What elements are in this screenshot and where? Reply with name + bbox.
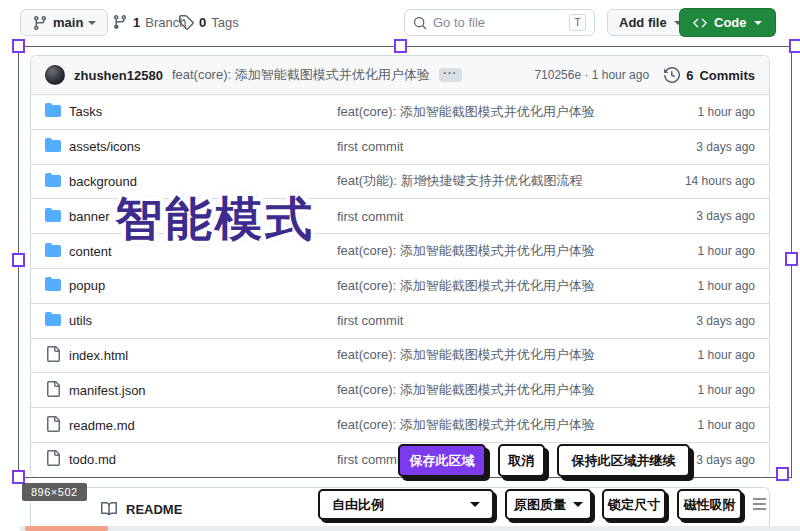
selection-handle-mid-right[interactable] bbox=[785, 252, 798, 266]
keep-region-continue-button[interactable]: 保持此区域并继续 bbox=[557, 444, 690, 477]
code-button[interactable]: Code bbox=[679, 8, 776, 37]
file-updated-time: 3 days ago bbox=[684, 453, 755, 467]
branch-selector-button[interactable]: main bbox=[20, 9, 108, 36]
folder-icon bbox=[45, 276, 61, 292]
commit-history-link[interactable]: 6 Commits bbox=[664, 67, 755, 83]
table-row[interactable]: popup feat(core): 添加智能截图模式并优化用户体验 1 hour… bbox=[31, 268, 769, 303]
latest-commit-bar: zhushen12580 feat(core): 添加智能截图模式并优化用户体验… bbox=[31, 56, 769, 94]
chevron-down-icon bbox=[88, 21, 96, 25]
git-branch-icon bbox=[32, 15, 48, 31]
lock-size-button[interactable]: 锁定尺寸 bbox=[602, 489, 666, 520]
file-updated-time: 3 days ago bbox=[684, 140, 755, 154]
code-icon bbox=[693, 16, 707, 30]
file-updated-time: 1 hour ago bbox=[686, 244, 755, 258]
table-row[interactable]: manifest.json feat(core): 添加智能截图模式并优化用户体… bbox=[31, 372, 769, 407]
commit-message-link[interactable]: first commit bbox=[337, 313, 684, 328]
commits-label: Commits bbox=[699, 68, 755, 83]
selection-handle-bottom-left[interactable] bbox=[12, 470, 25, 484]
go-to-file-search[interactable]: T bbox=[404, 9, 595, 36]
selection-size-label: 896×502 bbox=[22, 483, 87, 501]
branch-count: 1 bbox=[133, 15, 140, 30]
file-icon bbox=[45, 346, 61, 362]
file-name-link[interactable]: manifest.json bbox=[69, 383, 146, 398]
scroll-thumb[interactable] bbox=[25, 526, 108, 531]
file-name-link[interactable]: popup bbox=[69, 278, 105, 293]
chevron-down-icon bbox=[754, 21, 762, 25]
save-region-button[interactable]: 保存此区域 bbox=[398, 444, 486, 477]
folder-icon bbox=[45, 137, 61, 153]
magnetic-snap-button[interactable]: 磁性吸附 bbox=[677, 489, 742, 520]
table-row[interactable]: readme.md feat(core): 添加智能截图模式并优化用户体验 1 … bbox=[31, 407, 769, 442]
book-icon bbox=[101, 501, 117, 517]
commit-message-link[interactable]: first commit bbox=[337, 209, 684, 224]
file-list: Tasks feat(core): 添加智能截图模式并优化用户体验 1 hour… bbox=[31, 94, 769, 477]
commit-message-link[interactable]: feat(core): 添加智能截图模式并优化用户体验 bbox=[337, 346, 686, 364]
file-name-link[interactable]: background bbox=[69, 174, 137, 189]
selection-handle-top-right[interactable] bbox=[789, 39, 800, 53]
file-name-link[interactable]: content bbox=[69, 244, 112, 259]
latest-commit-message[interactable]: feat(core): 添加智能截图模式并优化用户体验 bbox=[172, 66, 430, 84]
cancel-button[interactable]: 取消 bbox=[498, 444, 545, 477]
selection-handle-mid-left[interactable] bbox=[12, 253, 25, 267]
file-name-link[interactable]: readme.md bbox=[69, 418, 135, 433]
branches-link[interactable]: 1 Branch bbox=[112, 14, 186, 30]
add-file-label: Add file bbox=[619, 15, 667, 30]
folder-icon bbox=[45, 102, 61, 118]
file-name-link[interactable]: assets/icons bbox=[69, 139, 141, 154]
table-row[interactable]: index.html feat(core): 添加智能截图模式并优化用户体验 1… bbox=[31, 338, 769, 373]
menu-icon[interactable] bbox=[753, 498, 766, 510]
chevron-down-icon bbox=[470, 502, 480, 507]
file-updated-time: 1 hour ago bbox=[686, 279, 755, 293]
selection-handle-top-center[interactable] bbox=[394, 39, 407, 53]
git-branch-icon bbox=[112, 14, 128, 30]
file-updated-time: 1 hour ago bbox=[686, 383, 755, 397]
commit-message-link[interactable]: feat(core): 添加智能截图模式并优化用户体验 bbox=[337, 381, 686, 399]
file-updated-time: 1 hour ago bbox=[686, 348, 755, 362]
file-updated-time: 3 days ago bbox=[684, 209, 755, 223]
keyboard-shortcut-badge: T bbox=[569, 14, 586, 31]
file-name-link[interactable]: index.html bbox=[69, 348, 128, 363]
file-icon bbox=[45, 450, 61, 466]
branch-name: main bbox=[53, 15, 83, 30]
table-row[interactable]: utils first commit 3 days ago bbox=[31, 303, 769, 338]
search-input[interactable] bbox=[433, 15, 563, 30]
selection-handle-top-left[interactable] bbox=[12, 39, 25, 53]
readme-title: README bbox=[126, 502, 182, 517]
tags-link[interactable]: 0 Tags bbox=[178, 14, 239, 30]
bottom-scroll-track bbox=[20, 526, 800, 531]
file-name-link[interactable]: utils bbox=[69, 313, 92, 328]
tag-count-label: Tags bbox=[211, 15, 238, 30]
file-updated-time: 1 hour ago bbox=[686, 418, 755, 432]
folder-icon bbox=[45, 311, 61, 327]
commit-message-link[interactable]: feat(core): 添加智能截图模式并优化用户体验 bbox=[337, 277, 686, 295]
commit-message-link[interactable]: first commit bbox=[337, 139, 684, 154]
readme-header[interactable]: README bbox=[101, 501, 182, 517]
chevron-down-icon bbox=[573, 502, 583, 507]
file-name-link[interactable]: banner bbox=[69, 209, 109, 224]
file-table: zhushen12580 feat(core): 添加智能截图模式并优化用户体验… bbox=[30, 55, 770, 478]
file-name-link[interactable]: Tasks bbox=[69, 104, 102, 119]
commit-message-link[interactable]: feat(core): 添加智能截图模式并优化用户体验 bbox=[337, 242, 686, 260]
file-name-link[interactable]: todo.md bbox=[69, 452, 116, 467]
folder-icon bbox=[45, 172, 61, 188]
tag-count: 0 bbox=[199, 15, 206, 30]
commit-author[interactable]: zhushen12580 bbox=[74, 68, 163, 83]
screen: main 1 Branch 0 Tags T Add file Code zhu… bbox=[0, 0, 800, 531]
selection-handle-bottom-right[interactable] bbox=[776, 467, 789, 481]
folder-icon bbox=[45, 207, 61, 223]
table-row[interactable]: assets/icons first commit 3 days ago bbox=[31, 129, 769, 164]
commit-message-link[interactable]: feat(core): 添加智能截图模式并优化用户体验 bbox=[337, 416, 686, 434]
aspect-ratio-select[interactable]: 自由比例 bbox=[318, 489, 494, 520]
commit-message-link[interactable]: feat(core): 添加智能截图模式并优化用户体验 bbox=[337, 103, 686, 121]
table-row[interactable]: Tasks feat(core): 添加智能截图模式并优化用户体验 1 hour… bbox=[31, 94, 769, 129]
history-clock-icon bbox=[664, 67, 680, 83]
search-icon bbox=[413, 16, 427, 30]
commit-hash-time[interactable]: 710256e · 1 hour ago bbox=[534, 68, 649, 82]
avatar[interactable] bbox=[45, 65, 65, 85]
image-quality-select[interactable]: 原图质量 bbox=[505, 489, 592, 520]
file-icon bbox=[45, 381, 61, 397]
selection-border-bottom bbox=[18, 477, 792, 478]
image-quality-value: 原图质量 bbox=[514, 496, 566, 514]
commit-ellipsis-button[interactable]: ··· bbox=[439, 68, 462, 82]
commit-message-link[interactable]: feat(功能): 新增快捷键支持并优化截图流程 bbox=[337, 172, 673, 190]
